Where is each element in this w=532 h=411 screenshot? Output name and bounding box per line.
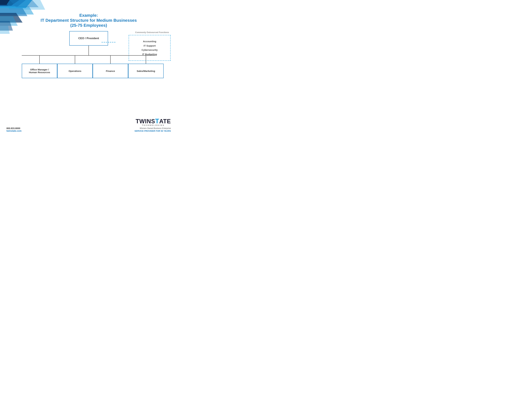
box-operations: Operations [57,64,93,78]
box-sales-marketing: Sales/Marketing [128,64,164,78]
child-col-operations: Operations [57,56,93,78]
logo-text: TWINSTATE [136,118,171,124]
ceo-box: CEO / President [69,31,108,46]
logo-area: TWINSTATE TECHNOLOGIES [136,118,171,126]
ceo-vertical [6,46,171,55]
footer-right: TWINSTATE TECHNOLOGIES Women-Owned Busin… [134,118,171,132]
child-col-office-manager: Office Manager /Human Resources [22,56,57,78]
org-chart: Commonly Outsourced Functions Accounting… [0,31,177,85]
logo-sub: TECHNOLOGIES [142,124,165,126]
footer-tagline: Women-Owned Business Enterprise [140,127,171,130]
footer-left: 800.833.8000 twinstate.com [6,127,21,132]
footer-website[interactable]: twinstate.com [6,130,21,132]
horizontal-bar [22,55,156,56]
tick-operations [75,56,75,64]
footer-service: SERVICE PROVIDER FOR 50 YEARS [134,130,171,132]
footer-phone: 800.833.8000 [6,127,21,130]
footer: 800.833.8000 twinstate.com TWINSTATE TEC… [0,118,177,137]
child-col-finance: Finance [93,56,128,78]
tick-office-manager [39,56,40,64]
ceo-row: CEO / President [6,31,171,46]
box-office-manager: Office Manager /Human Resources [22,64,57,78]
tick-finance [110,56,111,64]
box-finance: Finance [93,64,128,78]
